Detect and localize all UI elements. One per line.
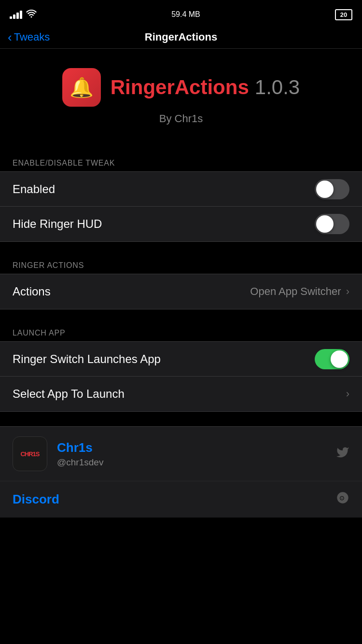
section-body-launch-app: Ringer Switch Launches App Select App To… [0,341,362,412]
enabled-toggle-knob [316,181,334,198]
row-actions[interactable]: Actions Open App Switcher › [0,274,362,309]
app-name: RingerActions [111,76,249,99]
developer-info: Chr1s @chr1sdev [57,440,336,468]
hide-ringer-hud-toggle[interactable] [315,214,349,234]
app-icon-wrapper: 🔔 RingerActions 1.0.3 [62,68,300,107]
twitter-icon[interactable] [336,446,349,462]
section-ringer-actions: RINGER ACTIONS Actions Open App Switcher… [0,256,362,309]
section-enable-disable: ENABLE/DISABLE TWEAK Enabled Hide Ringer… [0,154,362,242]
actions-value-text: Open App Switcher [250,285,341,298]
back-label: Tweaks [14,31,50,43]
back-button[interactable]: ‹ Tweaks [8,31,50,43]
discord-label: Discord [13,492,336,507]
developer-row[interactable]: CHR1S Chr1s @chr1sdev [0,427,362,481]
battery-indicator: 20 [335,9,352,20]
app-version: 1.0.3 [255,76,300,99]
select-app-chevron-icon: › [346,388,349,400]
svg-text:⊙: ⊙ [339,494,345,502]
footer: CHR1S Chr1s @chr1sdev Discord ⊙ [0,426,362,518]
row-hide-ringer-hud: Hide Ringer HUD [0,207,362,241]
enabled-label: Enabled [13,182,55,196]
section-header-launch-app: LAUNCH APP [0,324,362,341]
ringer-switch-launches-app-toggle[interactable] [315,349,349,369]
hide-ringer-hud-toggle-knob [316,215,334,233]
row-ringer-switch-launches-app: Ringer Switch Launches App [0,342,362,377]
ringer-switch-launches-app-label: Ringer Switch Launches App [13,352,161,366]
row-enabled: Enabled [0,172,362,207]
status-bar: 59.4 MB 20 [0,0,362,26]
status-left [10,9,37,20]
developer-name: Chr1s [57,440,336,455]
actions-value: Open App Switcher › [250,285,349,298]
section-body-enable-disable: Enabled Hide Ringer HUD [0,171,362,242]
actions-chevron-icon: › [346,285,349,298]
app-author: By Chr1s [159,112,203,125]
hide-ringer-hud-label: Hide Ringer HUD [13,217,102,231]
discord-icon: ⊙ [336,491,349,508]
select-app-chevron: › [346,388,349,400]
ringer-switch-toggle-knob [331,350,348,368]
navigation-bar: ‹ Tweaks RingerActions [0,26,362,49]
section-body-ringer-actions: Actions Open App Switcher › [0,274,362,309]
section-header-ringer-actions: RINGER ACTIONS [0,256,362,274]
memory-usage: 59.4 MB [171,10,200,19]
section-launch-app: LAUNCH APP Ringer Switch Launches App Se… [0,324,362,412]
signal-icon [10,10,22,19]
wifi-icon [26,9,37,20]
section-header-enable-disable: ENABLE/DISABLE TWEAK [0,154,362,171]
app-icon: 🔔 [62,68,101,107]
discord-row[interactable]: Discord ⊙ [0,481,362,518]
nav-title: RingerActions [145,31,217,43]
developer-avatar: CHR1S [13,436,47,471]
developer-handle: @chr1sdev [57,457,336,468]
status-right: 20 [335,9,352,20]
select-app-to-launch-label: Select App To Launch [13,387,125,401]
actions-label: Actions [13,285,51,298]
app-header: 🔔 RingerActions 1.0.3 By Chr1s [0,49,362,140]
enabled-toggle[interactable] [315,179,349,199]
back-chevron-icon: ‹ [8,31,12,43]
app-name-version: RingerActions 1.0.3 [111,76,300,99]
row-select-app-to-launch[interactable]: Select App To Launch › [0,377,362,411]
